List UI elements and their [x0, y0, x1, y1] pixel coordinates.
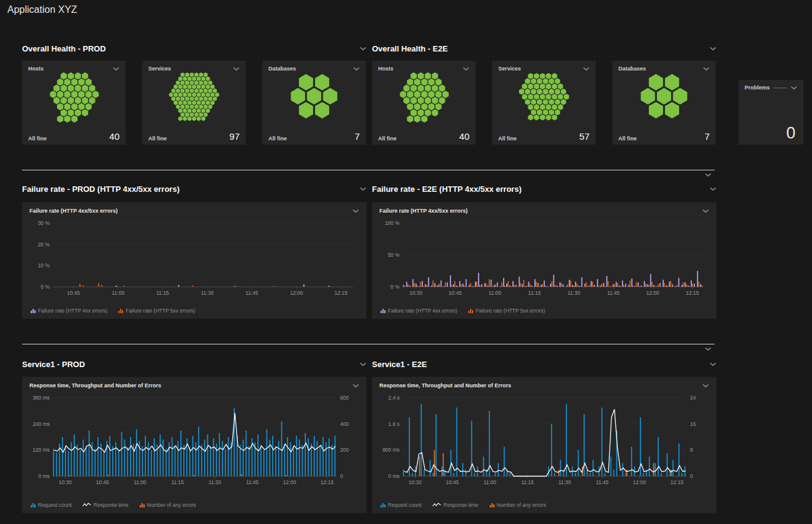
tile-status: All fine — [268, 135, 287, 142]
health-tile[interactable]: Hosts All fine 40 — [22, 61, 126, 145]
chevron-down-icon[interactable] — [583, 67, 590, 71]
svg-text:0 ms: 0 ms — [39, 473, 50, 479]
svg-text:0: 0 — [340, 473, 343, 479]
chevron-down-icon[interactable] — [360, 47, 366, 51]
svg-text:0: 0 — [690, 473, 693, 479]
chart-title: Failure rate (HTTP 4xx/5xx errors) — [29, 208, 118, 214]
chart-header: Response time, Throughput and Number of … — [22, 377, 366, 389]
problems-divider — [773, 88, 787, 88]
tile-header: Services — [498, 66, 590, 72]
honeycomb-chart — [268, 73, 360, 120]
svg-text:11:00: 11:00 — [134, 479, 146, 485]
chevron-down-icon[interactable] — [702, 209, 709, 213]
svg-text:8: 8 — [690, 447, 693, 453]
chevron-down-icon[interactable] — [360, 362, 366, 366]
chevron-down-icon[interactable] — [710, 47, 716, 51]
chevron-down-icon[interactable] — [360, 187, 366, 191]
health-tile[interactable]: Services All fine 57 — [492, 61, 596, 145]
failure-prod-chart[interactable]: 30 %20 %10 %0 %10:4511:0011:1511:3011:45… — [27, 218, 362, 300]
section-divider — [22, 170, 715, 170]
service-prod-chart[interactable]: 360 ms240 ms120 ms0 ms600400200010:3010:… — [27, 393, 362, 490]
tile-title: Hosts — [28, 66, 44, 72]
svg-text:1.6 s: 1.6 s — [389, 421, 400, 427]
svg-text:12:15: 12:15 — [686, 290, 699, 296]
legend-label: Request count — [38, 502, 72, 508]
legend-item[interactable]: Number of any errors — [140, 502, 196, 508]
section-title: Failure rate - PROD (HTTP 4xx/5xx errors… — [22, 184, 180, 194]
tile-title: Hosts — [378, 66, 393, 72]
section-header-failure-prod: Failure rate - PROD (HTTP 4xx/5xx errors… — [22, 184, 366, 194]
honeycomb-chart — [148, 73, 240, 120]
service-e2e-chart[interactable]: 2.4 s1.6 s800 ms0 ms24168010:3010:4511:0… — [377, 393, 711, 490]
failure-e2e-chart[interactable]: 100 %50 %0 %10:3010:4511:0011:1511:3011:… — [377, 218, 711, 300]
bars-icon — [381, 308, 385, 313]
chevron-down-icon[interactable] — [463, 67, 469, 71]
chart-tile-service-prod: Response time, Throughput and Number of … — [22, 377, 366, 513]
svg-text:600: 600 — [340, 395, 349, 401]
health-tile[interactable]: Hosts All fine 40 — [372, 61, 476, 145]
honeycomb-chart — [618, 73, 710, 120]
legend-item[interactable]: Failure rate (HTTP 5xx errors) — [118, 308, 195, 314]
svg-text:11:00: 11:00 — [488, 290, 501, 296]
chart-legend: Request countResponse timeNumber of any … — [381, 502, 546, 508]
health-tile[interactable]: Databases All fine 7 — [262, 61, 366, 145]
svg-text:20 %: 20 % — [38, 241, 50, 248]
chart-tile-failure-prod: Failure rate (HTTP 4xx/5xx errors) 30 %2… — [22, 202, 366, 319]
section-header-health-e2e: Overall Health - E2E — [372, 44, 716, 53]
bars-icon — [381, 503, 385, 507]
line-icon — [433, 503, 441, 507]
problems-tile[interactable]: Problems 0 — [738, 80, 803, 145]
legend-item[interactable]: Response time — [83, 502, 129, 508]
legend-item[interactable]: Number of any errors — [490, 502, 546, 508]
health-tile[interactable]: Services All fine 97 — [142, 61, 246, 145]
chevron-down-icon[interactable] — [353, 67, 360, 71]
chart-header: Failure rate (HTTP 4xx/5xx errors) — [22, 202, 366, 214]
svg-text:11:15: 11:15 — [521, 479, 534, 485]
svg-text:10:30: 10:30 — [409, 290, 423, 296]
chevron-down-icon[interactable] — [113, 67, 120, 71]
legend-item[interactable]: Failure rate (HTTP 4xx errors) — [381, 308, 457, 314]
svg-text:12:00: 12:00 — [283, 479, 297, 485]
svg-text:10:45: 10:45 — [67, 290, 80, 296]
chevron-down-icon[interactable] — [710, 187, 716, 191]
tile-status: All fine — [28, 135, 47, 142]
svg-text:10:45: 10:45 — [96, 479, 110, 485]
chevron-down-icon[interactable] — [703, 67, 710, 71]
legend-item[interactable]: Response time — [433, 502, 479, 508]
section-title: Overall Health - E2E — [372, 44, 448, 53]
svg-text:11:15: 11:15 — [156, 290, 169, 296]
tile-footer: All fine 57 — [498, 131, 590, 142]
chevron-down-icon[interactable] — [705, 173, 711, 177]
tile-header: Hosts — [378, 66, 469, 72]
svg-text:0 %: 0 % — [390, 284, 400, 290]
legend-item[interactable]: Failure rate (HTTP 4xx errors) — [31, 308, 107, 314]
chevron-down-icon[interactable] — [352, 209, 359, 213]
chevron-down-icon[interactable] — [705, 347, 711, 351]
legend-item[interactable]: Request count — [31, 502, 72, 508]
legend-item[interactable]: Failure rate (HTTP 5xx errors) — [468, 308, 545, 314]
chevron-down-icon[interactable] — [233, 67, 240, 71]
svg-text:11:45: 11:45 — [607, 290, 620, 296]
health-tile[interactable]: Databases All fine 7 — [612, 61, 716, 145]
honeycomb-chart — [28, 73, 120, 120]
bars-icon — [490, 503, 495, 507]
svg-text:11:00: 11:00 — [112, 290, 124, 296]
tile-header: Services — [148, 66, 240, 72]
bars-icon — [140, 503, 145, 507]
chevron-down-icon[interactable] — [791, 86, 797, 90]
tile-status: All fine — [378, 135, 397, 142]
svg-text:11:15: 11:15 — [171, 479, 184, 485]
chevron-down-icon[interactable] — [710, 362, 716, 366]
svg-text:11:30: 11:30 — [558, 479, 571, 485]
section-title: Service1 - PROD — [22, 360, 85, 369]
chart-legend: Request countResponse timeNumber of any … — [31, 502, 196, 508]
legend-label: Response time — [444, 502, 479, 508]
tile-header: Databases — [618, 66, 710, 72]
chevron-down-icon[interactable] — [352, 384, 359, 388]
svg-text:11:45: 11:45 — [246, 479, 259, 485]
legend-item[interactable]: Request count — [381, 502, 422, 508]
chevron-down-icon[interactable] — [702, 384, 709, 388]
legend-label: Failure rate (HTTP 5xx errors) — [126, 308, 195, 314]
svg-text:12:00: 12:00 — [633, 479, 647, 485]
chart-tile-service-e2e: Response time, Throughput and Number of … — [372, 377, 716, 513]
